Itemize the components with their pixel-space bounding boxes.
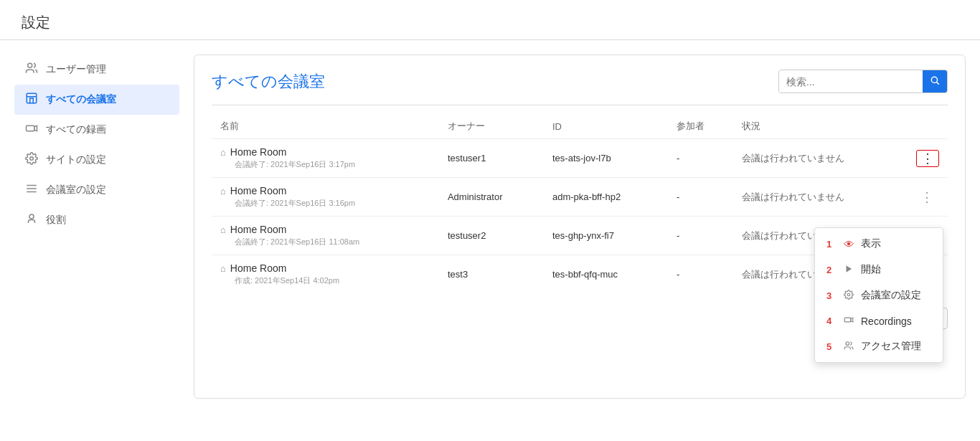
cell-actions: ⋮	[908, 178, 948, 217]
cell-name: ⌂ Home Room 会議終了: 2021年Sep16日 3:16pm	[212, 178, 439, 217]
cell-status: 会議は行われていません	[733, 139, 908, 178]
cell-owner: Administrator	[439, 178, 544, 217]
room-date: 会議終了: 2021年Sep16日 3:17pm	[220, 159, 430, 170]
svg-point-10	[847, 293, 850, 296]
room-date: 作成: 2021年Sep14日 4:02pm	[220, 275, 430, 286]
home-icon: ⌂	[220, 147, 226, 158]
cell-participants: -	[668, 217, 733, 255]
section-title: すべての会議室	[212, 71, 325, 93]
room-date: 会議終了: 2021年Sep16日 3:16pm	[220, 198, 430, 209]
table-divider	[212, 105, 948, 105]
sidebar-item-user-management[interactable]: ユーザー管理	[14, 54, 179, 85]
room-name-text: Home Room	[230, 146, 287, 158]
home-icon: ⌂	[220, 186, 226, 196]
cell-participants: -	[668, 255, 733, 294]
col-status: 状況	[733, 114, 908, 139]
menu-item-label: アクセス管理	[861, 340, 921, 353]
cell-actions: ⋮	[908, 139, 948, 178]
users-icon	[24, 62, 39, 77]
context-menu: 1 👁 表示 2 開始 3 会議室の設定 4 Recordings 5	[814, 227, 943, 363]
room-settings-icon	[24, 182, 39, 198]
sidebar-item-all-rooms[interactable]: すべての会議室	[14, 85, 179, 115]
context-menu-item-1[interactable]: 1 👁 表示	[815, 231, 943, 257]
cell-owner: testuser2	[439, 217, 544, 255]
svg-point-7	[29, 214, 34, 219]
roles-icon	[24, 212, 39, 228]
svg-line-9	[937, 82, 939, 85]
context-menu-item-3[interactable]: 3 会議室の設定	[815, 283, 943, 308]
cell-participants: -	[668, 139, 733, 178]
sidebar-label-all-rooms: すべての会議室	[46, 93, 116, 106]
context-menu-item-5[interactable]: 5 アクセス管理	[815, 333, 943, 359]
room-date: 会議終了: 2021年Sep16日 11:08am	[220, 237, 430, 247]
recordings-icon	[24, 122, 39, 138]
col-id: ID	[544, 114, 668, 139]
context-menu-item-2[interactable]: 2 開始	[815, 257, 943, 283]
cell-owner: testuser1	[439, 139, 544, 178]
main-layout: ユーザー管理 すべての会議室 すべての録画 サイトの設定 会議室の設定	[0, 40, 980, 413]
menu-item-num: 2	[826, 265, 837, 275]
home-icon: ⌂	[220, 263, 226, 274]
menu-item-num: 5	[826, 341, 837, 352]
cell-name: ⌂ Home Room 会議終了: 2021年Sep16日 3:17pm	[212, 139, 439, 178]
room-name-text: Home Room	[230, 262, 287, 274]
menu-item-label: 開始	[861, 263, 881, 276]
svg-point-12	[846, 341, 849, 345]
sidebar-item-site-settings[interactable]: サイトの設定	[14, 145, 179, 175]
search-input[interactable]	[779, 72, 923, 92]
search-button[interactable]	[923, 70, 947, 93]
recordings-menu-icon	[842, 315, 855, 327]
sidebar-label-site-settings: サイトの設定	[46, 153, 106, 166]
menu-item-label: Recordings	[861, 316, 912, 327]
home-icon: ⌂	[220, 224, 226, 235]
settings-icon	[842, 290, 855, 302]
cell-participants: -	[668, 178, 733, 217]
access-icon	[842, 341, 855, 353]
rooms-icon	[24, 92, 39, 108]
start-icon	[842, 264, 855, 276]
room-name-text: Home Room	[230, 185, 287, 196]
view-icon: 👁	[842, 238, 855, 250]
sidebar-label-user-management: ユーザー管理	[46, 63, 106, 76]
cell-name: ⌂ Home Room 作成: 2021年Sep14日 4:02pm	[212, 255, 439, 294]
svg-rect-2	[27, 125, 34, 131]
sidebar-item-all-recordings[interactable]: すべての録画	[14, 115, 179, 145]
cell-id: adm-pka-bff-hp2	[544, 178, 668, 217]
sidebar-item-roles[interactable]: 役割	[14, 205, 179, 235]
main-header: すべての会議室	[212, 70, 948, 93]
sidebar: ユーザー管理 すべての会議室 すべての録画 サイトの設定 会議室の設定	[14, 54, 179, 399]
table-row: ⌂ Home Room 会議終了: 2021年Sep16日 3:17pm tes…	[212, 139, 948, 178]
page-title: 設定	[0, 0, 980, 39]
sidebar-label-roles: 役割	[46, 214, 66, 227]
table-row: ⌂ Home Room 会議終了: 2021年Sep16日 3:16pm Adm…	[212, 178, 948, 217]
room-name-text: Home Room	[230, 224, 287, 235]
menu-item-num: 1	[826, 239, 837, 250]
sidebar-label-all-recordings: すべての録画	[46, 123, 106, 136]
context-menu-item-4[interactable]: 4 Recordings	[815, 308, 943, 333]
search-box	[778, 70, 948, 93]
row-menu-button-active[interactable]: ⋮	[916, 150, 939, 167]
menu-item-num: 3	[826, 290, 837, 301]
cell-owner: test3	[439, 255, 544, 294]
svg-rect-11	[844, 318, 851, 322]
cell-status: 会議は行われていません	[733, 178, 908, 217]
cell-id: tes-ghp-ynx-fi7	[544, 217, 668, 255]
menu-item-label: 表示	[861, 237, 881, 250]
row-menu-button[interactable]: ⋮	[916, 189, 938, 205]
cell-id: tes-ats-jov-l7b	[544, 139, 668, 178]
svg-point-3	[30, 157, 34, 161]
cell-id: tes-bbf-qfq-muc	[544, 255, 668, 294]
col-name: 名前	[212, 114, 439, 139]
sidebar-item-room-settings[interactable]: 会議室の設定	[14, 175, 179, 205]
menu-item-num: 4	[826, 316, 837, 326]
svg-point-0	[28, 63, 32, 67]
main-content: すべての会議室 名前 オーナー ID 参加者 状況	[194, 54, 966, 399]
menu-item-label: 会議室の設定	[861, 289, 921, 302]
col-owner: オーナー	[439, 114, 544, 139]
col-participants: 参加者	[668, 114, 733, 139]
sidebar-label-room-settings: 会議室の設定	[46, 184, 106, 196]
cell-name: ⌂ Home Room 会議終了: 2021年Sep16日 11:08am	[212, 217, 439, 255]
site-settings-icon	[24, 152, 39, 168]
svg-point-8	[931, 77, 937, 82]
